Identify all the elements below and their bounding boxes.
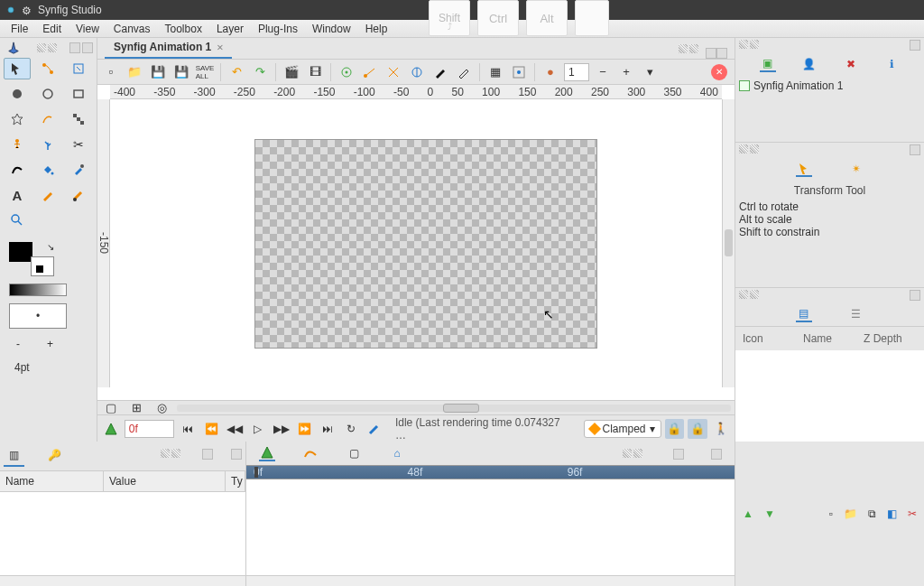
save-as-icon[interactable]: 💾 [171,62,191,82]
menu-toolbox[interactable]: Toolbox [158,23,209,35]
menu-layer[interactable]: Layer [209,23,251,35]
delete-layer-icon[interactable]: ✂ [908,507,917,520]
onion-skin-icon[interactable]: ● [541,62,560,82]
pen-outline-icon[interactable] [454,62,474,82]
menu-window[interactable]: Window [305,23,358,35]
animate-mode-icon[interactable]: 🚶 [711,419,731,439]
panel-min-button[interactable] [69,42,80,53]
preview-icon[interactable]: 🎞 [305,62,325,82]
interpolation-combo[interactable]: Clamped ▾ [584,420,661,438]
panel-close-button[interactable] [716,48,727,59]
group-layer-icon[interactable]: 📁 [844,507,857,520]
stop-render-icon[interactable]: ✕ [711,64,727,80]
panel-grip[interactable] [37,43,57,52]
duplicate-layer-icon[interactable]: ⧉ [868,507,876,520]
panel-close-button[interactable] [231,449,242,460]
plant-tool[interactable] [34,134,61,155]
brush-preview[interactable] [9,303,67,329]
save-icon[interactable]: 💾 [148,62,168,82]
toggle-tangents-icon[interactable] [360,62,380,82]
layer-lower-icon[interactable]: ▼ [764,507,775,520]
panel-grip[interactable] [739,40,759,51]
metadata-tab-icon[interactable]: ▢ [346,445,362,461]
vertical-scrollbar[interactable] [722,99,735,387]
skeleton-tool[interactable] [4,134,31,155]
time-field[interactable]: 0f [125,420,175,438]
zoom-tool[interactable] [4,209,31,231]
plus-icon[interactable]: + [616,62,636,82]
panel-min-button[interactable] [202,449,213,460]
new-file-icon[interactable]: ▫ [101,62,121,82]
brush-tool[interactable] [65,184,92,206]
canvas-tree-item[interactable]: Synfig Animation 1 [735,76,924,96]
reset-colors-icon[interactable] [36,265,43,273]
eyedrop-tool[interactable] [65,159,92,181]
timeline-body[interactable] [246,479,735,575]
menu-file[interactable]: File [4,23,35,35]
zoom-slider[interactable] [177,405,731,412]
canvas[interactable]: ↖ [110,99,722,400]
swap-colors-icon[interactable]: ↘ [47,242,54,252]
step-back-icon[interactable]: ◀◀ [225,419,245,439]
panel-grip[interactable] [739,290,759,301]
timeline-ruler[interactable]: 0f 48f 96f [246,465,735,479]
panel-min-button[interactable] [910,40,920,51]
menu-edit[interactable]: Edit [35,23,69,35]
panel-min-button[interactable] [706,48,716,59]
circle-outline-tool[interactable] [34,83,61,105]
sketch-tool[interactable] [34,184,61,206]
info-tab-icon[interactable]: ℹ [884,56,901,72]
new-layer-icon[interactable]: ▫ [829,507,833,520]
panel-min-button[interactable] [673,449,684,460]
toggle-width-icon[interactable] [407,62,427,82]
render-icon[interactable]: 🎬 [282,62,301,82]
transform-tool[interactable] [4,58,31,79]
minus-icon[interactable]: − [593,62,613,82]
layers-tab-icon[interactable]: ▤ [796,306,812,322]
circle-fill-tool[interactable] [4,83,31,105]
smooth-move-tool[interactable] [34,58,61,79]
navigator-tab-icon[interactable]: ✖ [843,56,859,72]
timeline-cursor[interactable] [252,467,261,483]
menu-canvas[interactable]: Canvas [106,23,158,35]
timetrack-tab-icon[interactable] [259,445,275,461]
canvases-tab-icon[interactable]: ▣ [760,56,776,72]
seek-next-key-icon[interactable]: ⏩ [295,419,315,439]
grid-toggle-icon[interactable]: ▦ [485,62,505,82]
increase-button[interactable]: + [47,338,53,350]
sets-tab-icon[interactable]: ☰ [848,306,864,322]
jack-sync-icon[interactable] [101,419,121,439]
menu-view[interactable]: View [69,23,106,35]
options-tab-icon[interactable]: ✴ [848,161,864,177]
keyframe-tab-icon[interactable]: 🔑 [42,445,67,467]
close-tab-icon[interactable]: ✕ [217,41,223,53]
spline-tool[interactable] [34,108,61,130]
save-all-icon[interactable]: SAVEALL [195,62,215,82]
width-tool[interactable] [4,159,31,181]
snap-grid-icon[interactable] [509,62,529,82]
loop-icon[interactable]: ↻ [341,419,361,439]
pen-black-icon[interactable] [430,62,450,82]
keyframe-lock-past-icon[interactable]: 🔒 [665,419,685,439]
redo-icon[interactable]: ↷ [250,62,270,82]
cursor-tab-icon[interactable] [796,161,812,177]
toggle-vertex-icon[interactable] [383,62,403,82]
play-icon[interactable]: ▷ [248,419,268,439]
history-tab-icon[interactable]: 👤 [801,56,818,72]
gradient-tool[interactable] [65,108,92,130]
decrease-button[interactable]: - [16,338,20,350]
seek-start-icon[interactable]: ⏮ [178,419,198,439]
library-tab-icon[interactable]: ⌂ [389,445,405,461]
panel-grip[interactable] [679,44,698,53]
seek-end-icon[interactable]: ⏭ [318,419,337,439]
keyframe-lock-future-icon[interactable]: 🔒 [688,419,707,439]
curves-tab-icon[interactable] [302,445,319,461]
menu-help[interactable]: Help [358,23,395,35]
open-file-icon[interactable]: 📁 [125,62,144,82]
star-tool[interactable] [4,108,31,130]
step-fwd-icon[interactable]: ▶▶ [272,419,291,439]
encapsulate-icon[interactable]: ◧ [887,507,897,520]
cutout-tool[interactable]: ✂ [65,134,92,155]
seek-prev-key-icon[interactable]: ⏪ [201,419,221,439]
canvas-area[interactable]: -400-350-300-250-200-150-100-50050100150… [97,85,735,400]
